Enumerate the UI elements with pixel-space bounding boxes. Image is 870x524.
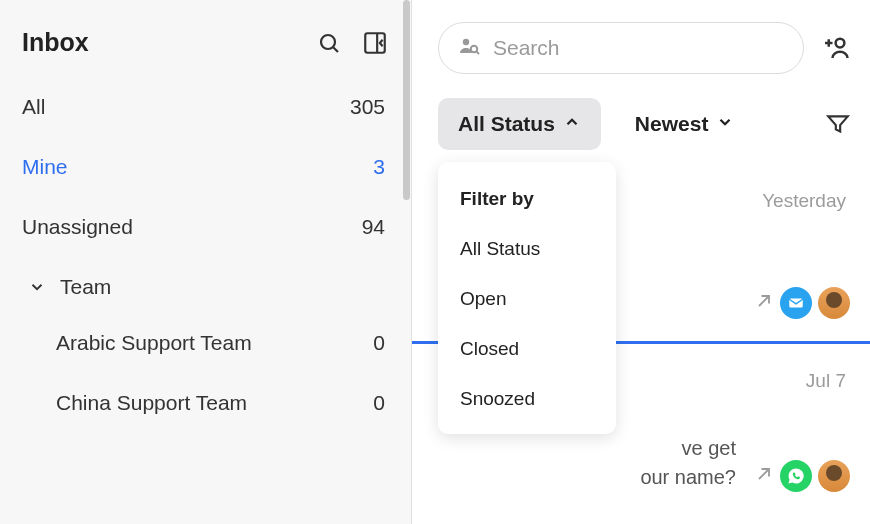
sidebar-team-header[interactable]: Team xyxy=(0,257,411,313)
inbox-sidebar: Inbox All 305 Mine 3 Unassigned 94 xyxy=(0,0,412,524)
sidebar-item-count: 0 xyxy=(373,331,385,355)
search-icon[interactable] xyxy=(315,29,343,57)
sidebar-team-label: Team xyxy=(60,275,111,299)
outgoing-arrow-icon xyxy=(754,291,774,315)
filter-icon[interactable] xyxy=(824,110,852,138)
status-filter-dropdown: Filter by All Status Open Closed Snoozed xyxy=(438,162,616,434)
dropdown-item-open[interactable]: Open xyxy=(438,274,616,324)
conversation-time: Yesterday xyxy=(762,190,846,212)
whatsapp-channel-icon xyxy=(780,460,812,492)
conversation-panel: Search All Status Newest Filter by All S… xyxy=(412,0,870,524)
sidebar-item-unassigned[interactable]: Unassigned 94 xyxy=(0,197,411,257)
dropdown-header: Filter by xyxy=(438,178,616,224)
svg-point-4 xyxy=(463,39,469,45)
svg-point-9 xyxy=(836,39,845,48)
sidebar-item-count: 0 xyxy=(373,391,385,415)
outgoing-arrow-icon xyxy=(754,464,774,488)
sidebar-scroll[interactable]: Inbox All 305 Mine 3 Unassigned 94 xyxy=(0,0,411,524)
sidebar-item-label: Unassigned xyxy=(22,215,133,239)
svg-line-6 xyxy=(477,52,480,55)
sidebar-item-label: Arabic Support Team xyxy=(56,331,252,355)
svg-line-1 xyxy=(333,47,338,52)
email-channel-icon xyxy=(780,287,812,319)
dropdown-item-closed[interactable]: Closed xyxy=(438,324,616,374)
status-filter-label: All Status xyxy=(458,112,555,136)
dropdown-item-all-status[interactable]: All Status xyxy=(438,224,616,274)
chevron-down-icon xyxy=(28,278,46,296)
svg-point-0 xyxy=(321,35,335,49)
svg-rect-2 xyxy=(365,33,385,53)
sidebar-team-arabic[interactable]: Arabic Support Team 0 xyxy=(0,313,411,373)
sort-button[interactable]: Newest xyxy=(615,98,755,150)
page-title: Inbox xyxy=(22,28,89,57)
collapse-panel-icon[interactable] xyxy=(361,29,389,57)
chevron-up-icon xyxy=(563,112,581,136)
search-placeholder: Search xyxy=(493,36,560,60)
sidebar-item-label: All xyxy=(22,95,45,119)
status-filter-button[interactable]: All Status xyxy=(438,98,601,150)
sidebar-team-china[interactable]: China Support Team 0 xyxy=(0,373,411,433)
sidebar-item-mine[interactable]: Mine 3 xyxy=(0,137,411,197)
sidebar-item-count: 305 xyxy=(350,95,385,119)
svg-point-5 xyxy=(471,46,477,52)
scrollbar-thumb[interactable] xyxy=(403,0,410,200)
assignee-avatar xyxy=(818,460,850,492)
sidebar-item-count: 3 xyxy=(373,155,385,179)
sidebar-item-count: 94 xyxy=(362,215,385,239)
sort-label: Newest xyxy=(635,112,709,136)
sidebar-item-label: Mine xyxy=(22,155,68,179)
dropdown-item-snoozed[interactable]: Snoozed xyxy=(438,374,616,424)
svg-line-10 xyxy=(759,296,769,306)
chevron-down-icon xyxy=(716,112,734,136)
add-user-button[interactable] xyxy=(818,34,852,62)
svg-line-12 xyxy=(759,469,769,479)
search-input[interactable]: Search xyxy=(438,22,804,74)
sidebar-item-all[interactable]: All 305 xyxy=(0,77,411,137)
person-search-icon xyxy=(457,34,481,62)
assignee-avatar xyxy=(818,287,850,319)
sidebar-item-label: China Support Team xyxy=(56,391,247,415)
conversation-time: Jul 7 xyxy=(806,370,846,392)
